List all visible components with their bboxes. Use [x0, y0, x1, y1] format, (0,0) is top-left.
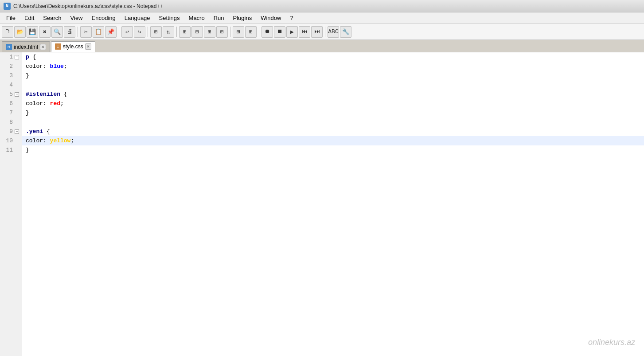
menu-item-file[interactable]: File [2, 12, 20, 23]
toolbar-btn-12[interactable]: ↪ [134, 26, 145, 38]
value: blue [50, 63, 64, 70]
line-number: 9 [9, 128, 13, 135]
editor-container: 1−2345−6789−1011 p { color: blue; } #ist… [0, 52, 644, 356]
fold-button[interactable]: − [15, 55, 19, 59]
close-brace: } [26, 147, 29, 153]
line-numbers: 1−2345−6789−1011 [0, 52, 22, 356]
toolbar-btn-29[interactable]: ⏭ [311, 26, 323, 38]
toolbar-btn-19[interactable]: ⊞ [204, 26, 215, 38]
brace: { [29, 54, 36, 60]
fold-button[interactable]: − [15, 129, 19, 134]
line-num-11: 11 [0, 145, 22, 155]
fold-placeholder [15, 148, 19, 153]
line-number: 11 [6, 147, 13, 153]
semicolon: ; [70, 137, 74, 144]
line-number: 1 [9, 54, 13, 60]
tab-close-index.html[interactable]: ✕ [40, 44, 46, 50]
tab-icon-css: C [55, 43, 61, 50]
menu-item-search[interactable]: Search [39, 12, 66, 23]
toolbar-btn-15[interactable]: ⇅ [163, 26, 174, 38]
code-line-5[interactable]: #istenilen { [22, 90, 644, 99]
toolbar-btn-20[interactable]: ⊞ [216, 26, 228, 38]
code-line-1[interactable]: p { [22, 52, 644, 62]
fold-placeholder [15, 74, 19, 78]
toolbar-btn-11[interactable]: ↩ [121, 26, 133, 38]
toolbar-btn-26[interactable]: ⏹ [274, 26, 285, 38]
menu-item-edit[interactable]: Edit [20, 12, 39, 23]
semicolon: ; [60, 100, 64, 107]
fold-placeholder [15, 139, 19, 143]
line-number: 2 [9, 63, 13, 70]
brace: { [60, 91, 67, 98]
property: color: [26, 63, 50, 70]
menu-item-language[interactable]: Language [120, 12, 155, 23]
selector-id: #istenilen [26, 91, 60, 98]
toolbar-btn-0[interactable]: 🗋 [2, 26, 13, 38]
toolbar-btn-25[interactable]: ⏺ [262, 26, 273, 38]
toolbar-btn-32[interactable]: 🔧 [340, 26, 351, 38]
tabs-bar: Hindex.html✕Cstyle.css✕ [0, 40, 644, 52]
line-num-1: 1− [0, 52, 22, 62]
line-number: 5 [9, 91, 13, 98]
fold-button[interactable]: − [15, 92, 19, 97]
code-line-3[interactable]: } [22, 71, 644, 80]
fold-placeholder [15, 83, 19, 87]
menu-item-plugins[interactable]: Plugins [229, 12, 257, 23]
toolbar-btn-7[interactable]: ✂ [80, 26, 92, 38]
menu-item-macro[interactable]: Macro [184, 12, 209, 23]
menu-item-encoding[interactable]: Encoding [87, 12, 120, 23]
property: color: [26, 137, 50, 144]
tab-label: index.html [14, 44, 38, 50]
fold-placeholder [15, 64, 19, 69]
toolbar-btn-5[interactable]: 🖨 [64, 26, 75, 38]
toolbar-btn-9[interactable]: 📌 [105, 26, 117, 38]
code-line-2[interactable]: color: blue; [22, 62, 644, 71]
toolbar-separator [78, 27, 78, 37]
tab-icon-html: H [6, 44, 12, 50]
toolbar-btn-28[interactable]: ⏮ [299, 26, 310, 38]
tab-index.html[interactable]: Hindex.html✕ [2, 41, 50, 52]
brace: { [43, 128, 50, 135]
toolbar-btn-31[interactable]: ABC [328, 26, 339, 38]
code-line-9[interactable]: .yeni { [22, 127, 644, 136]
line-num-8: 8 [0, 117, 22, 127]
toolbar-btn-3[interactable]: ✖ [39, 26, 51, 38]
toolbar-btn-2[interactable]: 💾 [27, 26, 38, 38]
toolbar-btn-27[interactable]: ▶ [286, 26, 298, 38]
line-number: 8 [9, 119, 13, 125]
code-line-8[interactable] [22, 117, 644, 127]
toolbar-btn-4[interactable]: 🔍 [51, 26, 63, 38]
code-line-4[interactable] [22, 80, 644, 90]
code-line-7[interactable]: } [22, 108, 644, 117]
tab-style.css[interactable]: Cstyle.css✕ [51, 41, 95, 52]
toolbar-btn-23[interactable]: ⊞ [245, 26, 257, 38]
toolbar-btn-18[interactable]: ⊞ [191, 26, 203, 38]
toolbar-btn-8[interactable]: 📋 [93, 26, 104, 38]
value: yellow [50, 137, 71, 144]
menu-item-settings[interactable]: Settings [155, 12, 184, 23]
code-line-10[interactable]: color: yellow; [22, 136, 644, 145]
toolbar-separator [325, 27, 325, 37]
code-area[interactable]: p { color: blue; } #istenilen { color: r… [22, 52, 644, 356]
menu-item-view[interactable]: View [66, 12, 87, 23]
semicolon: ; [64, 63, 67, 70]
toolbar-separator [176, 27, 177, 37]
menu-item-?[interactable]: ? [285, 12, 297, 23]
toolbar-separator [259, 27, 259, 37]
toolbar-btn-1[interactable]: 📂 [14, 26, 26, 38]
menu-item-run[interactable]: Run [209, 12, 229, 23]
code-line-6[interactable]: color: red; [22, 99, 644, 108]
line-number: 7 [9, 110, 13, 116]
toolbar-btn-14[interactable]: ⊞ [150, 26, 162, 38]
line-num-7: 7 [0, 108, 22, 117]
selector: p [26, 54, 29, 60]
toolbar-btn-17[interactable]: ⊞ [179, 26, 191, 38]
line-number: 6 [9, 100, 13, 107]
toolbar-btn-22[interactable]: ⊞ [233, 26, 244, 38]
menu-item-window[interactable]: Window [256, 12, 285, 23]
tab-close-style.css[interactable]: ✕ [85, 43, 91, 50]
value: red [50, 100, 60, 107]
code-line-11[interactable]: } [22, 145, 644, 155]
line-num-4: 4 [0, 80, 22, 90]
line-num-10: 10 [0, 136, 22, 145]
